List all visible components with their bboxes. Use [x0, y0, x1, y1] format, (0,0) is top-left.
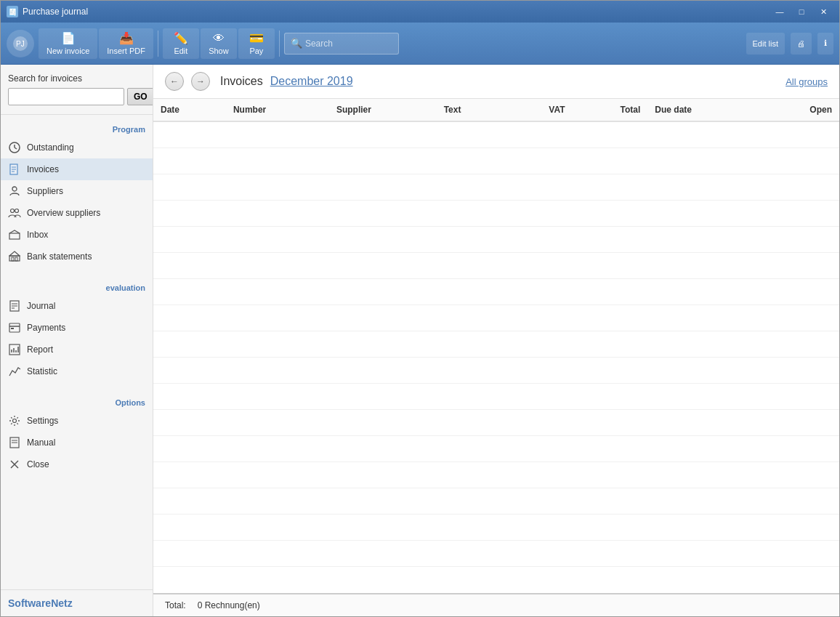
toolbar-logo: PJ	[7, 30, 34, 57]
edit-list-button[interactable]: Edit list	[746, 33, 785, 55]
show-label: Show	[209, 47, 229, 55]
toolbar-right: Edit list 🖨 ℹ	[746, 33, 833, 55]
sidebar-item-journal[interactable]: Journal	[1, 295, 153, 317]
sidebar-item-outstanding[interactable]: Outstanding	[1, 137, 153, 158]
table-row[interactable]	[153, 252, 839, 278]
col-date: Date	[153, 99, 226, 121]
sidebar-item-invoices[interactable]: Invoices	[1, 158, 153, 180]
invoice-search-input[interactable]	[8, 88, 124, 105]
brand-oftware: oftware	[15, 597, 51, 609]
table-row[interactable]	[153, 174, 839, 200]
pay-icon: 💳	[249, 31, 264, 45]
table-row[interactable]	[153, 331, 839, 357]
content-header: ← → Invoices December 2019 All groups	[153, 65, 839, 99]
maximize-button[interactable]: □	[791, 4, 812, 19]
svg-point-9	[12, 187, 17, 191]
table-row[interactable]	[153, 357, 839, 383]
table-row[interactable]	[153, 200, 839, 226]
table-row[interactable]	[153, 461, 839, 488]
content-date[interactable]: December 2019	[270, 75, 353, 88]
toolbar-separator-2	[279, 31, 280, 57]
toolbar-separator-1	[158, 31, 158, 57]
content-area: ← → Invoices December 2019 All groups Da…	[153, 65, 839, 616]
new-invoice-label: New invoice	[47, 47, 89, 55]
search-section: Search for invoices GO	[1, 65, 153, 115]
insert-pdf-button[interactable]: 📥 Insert PDF	[99, 28, 153, 59]
svg-rect-13	[9, 256, 20, 261]
go-button[interactable]: GO	[127, 88, 153, 105]
sidebar-item-payments[interactable]: Payments	[1, 317, 153, 339]
minimize-button[interactable]: —	[770, 4, 790, 19]
sidebar-footer: SoftwareNetz	[1, 589, 153, 616]
table-row[interactable]	[153, 383, 839, 409]
brand-logo: SoftwareNetz	[8, 597, 73, 609]
table-row[interactable]	[153, 148, 839, 174]
info-button[interactable]: ℹ	[817, 33, 833, 55]
all-groups-link[interactable]: All groups	[786, 76, 828, 87]
program-section: Program Outstanding Invoices	[1, 115, 153, 273]
svg-point-29	[13, 419, 17, 423]
sidebar-item-overview-suppliers[interactable]: Overview suppliers	[1, 202, 153, 224]
svg-rect-15	[12, 257, 14, 261]
close-x-icon	[8, 458, 21, 471]
svg-line-4	[15, 148, 17, 149]
person-icon	[8, 185, 21, 198]
edit-button[interactable]: ✏️ Edit	[163, 28, 199, 59]
sidebar-item-close[interactable]: Close	[1, 453, 153, 475]
sidebar-item-statistic[interactable]: Statistic	[1, 360, 153, 382]
invoices-table-container: Date Number Supplier Text VAT Total Due …	[153, 99, 839, 593]
col-total: Total	[573, 99, 648, 121]
statistic-label: Statistic	[27, 366, 57, 376]
report-label: Report	[27, 344, 53, 355]
previous-button[interactable]: ←	[165, 72, 184, 91]
show-button[interactable]: 👁 Show	[201, 28, 237, 59]
svg-point-10	[11, 209, 15, 213]
report-icon	[8, 343, 21, 356]
sidebar-item-bank-statements[interactable]: Bank statements	[1, 246, 153, 267]
new-invoice-button[interactable]: 📄 New invoice	[39, 28, 97, 59]
table-row[interactable]	[153, 226, 839, 252]
outstanding-label: Outstanding	[27, 142, 74, 153]
next-button[interactable]: →	[191, 72, 210, 91]
people-icon	[8, 206, 21, 219]
sidebar-item-manual[interactable]: Manual	[1, 432, 153, 453]
table-row[interactable]	[153, 409, 839, 435]
sidebar-item-inbox[interactable]: Inbox	[1, 224, 153, 246]
journal-icon	[8, 299, 21, 312]
show-icon: 👁	[213, 32, 225, 45]
bank-icon	[8, 250, 21, 263]
svg-text:PJ: PJ	[16, 40, 25, 48]
col-vat: VAT	[506, 99, 573, 121]
options-section: Options Settings Manual	[1, 388, 153, 481]
table-row[interactable]	[153, 514, 839, 540]
table-row[interactable]	[153, 435, 839, 461]
inbox-icon	[8, 228, 21, 241]
print-button[interactable]: 🖨	[791, 33, 812, 55]
table-row[interactable]	[153, 278, 839, 305]
main-container: Search for invoices GO Program Outstandi…	[1, 65, 839, 616]
svg-rect-12	[9, 233, 20, 239]
table-row[interactable]	[153, 121, 839, 148]
pay-button[interactable]: 💳 Pay	[238, 28, 275, 59]
window-close-button[interactable]: ✕	[813, 4, 833, 19]
table-row[interactable]	[153, 540, 839, 566]
svg-rect-16	[15, 257, 17, 261]
print-icon: 🖨	[797, 39, 805, 48]
file-icon	[8, 163, 21, 176]
table-header: Date Number Supplier Text VAT Total Due …	[153, 99, 839, 121]
col-open: Open	[759, 99, 839, 121]
content-right: All groups	[786, 76, 828, 87]
sidebar: Search for invoices GO Program Outstandi…	[1, 65, 153, 616]
col-due-date: Due date	[647, 99, 759, 121]
sidebar-item-settings[interactable]: Settings	[1, 410, 153, 432]
search-input[interactable]	[305, 39, 392, 49]
table-row[interactable]	[153, 305, 839, 331]
options-section-title: Options	[1, 394, 153, 410]
table-row[interactable]	[153, 488, 839, 514]
bank-statements-label: Bank statements	[27, 251, 92, 262]
edit-icon: ✏️	[174, 31, 188, 45]
sidebar-item-report[interactable]: Report	[1, 339, 153, 360]
search-row: GO	[8, 88, 145, 105]
total-value: 0 Rechnung(en)	[198, 600, 260, 610]
sidebar-item-suppliers[interactable]: Suppliers	[1, 180, 153, 202]
